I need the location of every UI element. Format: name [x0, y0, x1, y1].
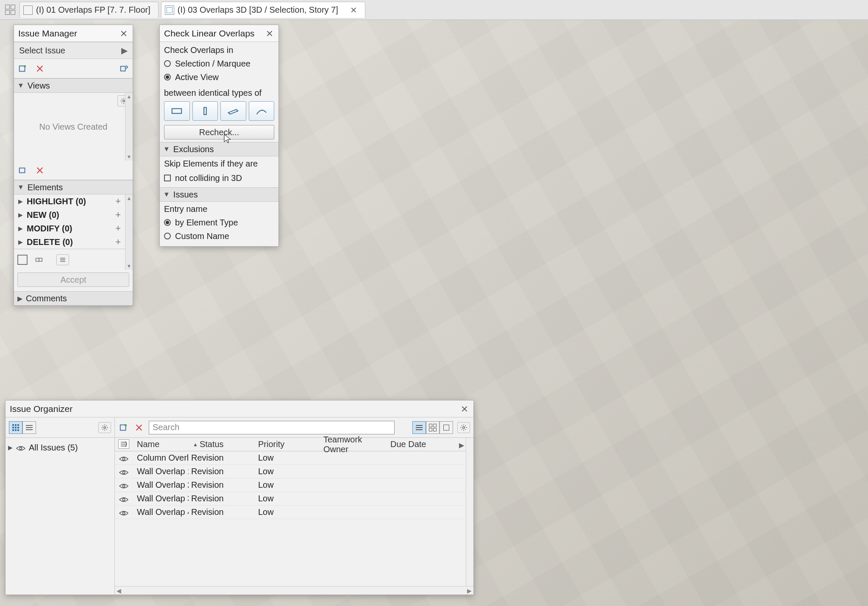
jump-to-row-button[interactable] — [118, 439, 129, 449]
panel-title-text: Check Linear Overlaps — [164, 28, 255, 39]
elements-highlight-row[interactable]: ▶HIGHLIGHT (0)+ — [14, 195, 133, 208]
chevron-right-icon: ▶ — [18, 211, 23, 218]
accept-button[interactable]: Accept — [17, 272, 129, 287]
col-owner[interactable]: Teamwork Owner — [321, 435, 388, 454]
add-icon[interactable]: + — [115, 196, 121, 207]
marquee-icon[interactable] — [17, 255, 28, 265]
elements-section-head[interactable]: ▼ Elements — [14, 180, 133, 195]
vertical-scrollbar[interactable] — [466, 438, 473, 586]
issue-table: ▶ Name ▲Status Priority Teamwork Owner D… — [115, 438, 473, 595]
table-row[interactable]: Wall Overlap 1RevisionLow — [115, 465, 473, 478]
checkbox-not-colliding[interactable]: not colliding in 3D — [164, 171, 274, 185]
close-icon[interactable] — [119, 29, 128, 38]
views-section-head[interactable]: ▼ Views — [14, 78, 133, 93]
add-icon[interactable]: + — [115, 236, 121, 247]
radio-selection[interactable]: Selection / Marquee — [164, 57, 274, 70]
panel-title-text: Issue Manager — [18, 28, 77, 39]
elements-new-row[interactable]: ▶NEW (0)+ — [14, 208, 133, 222]
elements-settings-button[interactable] — [56, 254, 69, 265]
table-row[interactable]: Wall Overlap 2RevisionLow — [115, 478, 473, 492]
table-row[interactable]: Wall Overlap 3RevisionLow — [115, 492, 473, 506]
link-icon[interactable] — [33, 254, 45, 265]
layout-single-button[interactable] — [440, 421, 453, 434]
row-label: HIGHLIGHT (0) — [27, 197, 86, 206]
chevron-right-icon: ▶ — [8, 444, 13, 451]
comments-section-head[interactable]: ▶ Comments — [14, 291, 133, 306]
elements-modify-row[interactable]: ▶MODIFY (0)+ — [14, 222, 133, 235]
delete-view-icon[interactable] — [34, 165, 45, 176]
tab-3d[interactable]: (I) 03 Overlaps 3D [3D / Selection, Stor… — [161, 2, 365, 18]
chevron-right-icon: ▶ — [18, 198, 23, 205]
cell-status: Revision — [189, 494, 256, 503]
close-icon[interactable]: ✕ — [350, 5, 357, 15]
col-priority[interactable]: Priority — [256, 439, 321, 449]
type-beam-button[interactable] — [220, 101, 246, 121]
checkbox-label: not colliding in 3D — [175, 173, 242, 183]
search-input[interactable]: Search — [149, 421, 395, 434]
type-arc-button[interactable] — [249, 101, 275, 121]
horizontal-scrollbar[interactable]: ◀▶ — [115, 586, 473, 595]
layout-grid-button[interactable] — [426, 421, 440, 434]
scrollbar[interactable]: ▲▼ — [125, 195, 133, 270]
add-icon[interactable]: + — [115, 223, 121, 234]
accept-label: Accept — [60, 275, 86, 285]
chevron-down-icon: ▼ — [17, 82, 24, 89]
scrollbar[interactable]: ▲▼ — [125, 93, 133, 161]
capture-view-icon[interactable] — [17, 165, 28, 176]
more-columns-icon[interactable]: ▶ — [459, 441, 464, 449]
table-settings-button[interactable] — [457, 422, 470, 433]
scroll-right-icon[interactable]: ▶ — [467, 587, 472, 594]
layout-list-button[interactable] — [412, 421, 426, 434]
floorplan-icon — [23, 6, 33, 15]
cell-priority: Low — [256, 494, 321, 503]
radio-by-type[interactable]: by Element Type — [164, 216, 274, 229]
close-icon[interactable] — [460, 404, 469, 414]
list-view-button[interactable] — [22, 421, 36, 434]
row-label: MODIFY (0) — [27, 224, 72, 234]
close-icon[interactable] — [265, 29, 274, 38]
table-row[interactable]: Wall Overlap 4RevisionLow — [115, 506, 473, 519]
eye-icon[interactable] — [119, 509, 128, 516]
elements-delete-row[interactable]: ▶DELETE (0)+ — [14, 235, 133, 249]
eye-icon[interactable] — [119, 455, 128, 461]
svg-rect-1 — [121, 66, 125, 71]
scroll-left-icon[interactable]: ◀ — [117, 587, 121, 594]
new-issue-icon[interactable] — [118, 422, 129, 433]
panel-titlebar[interactable]: Check Linear Overlaps — [160, 25, 278, 42]
delete-issue-icon[interactable] — [134, 422, 145, 433]
col-name[interactable]: Name — [134, 439, 189, 449]
tab-grid-icon[interactable] — [3, 3, 17, 17]
new-issue-icon[interactable] — [17, 63, 28, 74]
panel-titlebar[interactable]: Issue Manager — [14, 25, 133, 42]
check-in-label: Check Overlaps in — [164, 45, 274, 55]
radio-custom-name[interactable]: Custom Name — [164, 229, 274, 243]
recheck-label: Recheck... — [199, 128, 239, 137]
section-label: Elements — [28, 183, 63, 192]
table-row[interactable]: Column OverlapRevisionLow — [115, 451, 473, 465]
issues-section-head[interactable]: ▼ Issues — [160, 187, 278, 202]
eye-icon[interactable] — [119, 482, 128, 489]
tree-all-issues[interactable]: ▶ All Issues (5) — [8, 441, 112, 454]
recheck-button[interactable]: Recheck... — [164, 125, 274, 139]
eye-icon[interactable] — [119, 468, 128, 475]
organizer-sidebar: ▶ All Issues (5) — [6, 417, 115, 595]
panel-title-text: Issue Organizer — [10, 404, 72, 414]
svg-rect-10 — [120, 425, 126, 430]
col-status[interactable]: ▲Status — [189, 439, 256, 449]
sidebar-settings-button[interactable] — [98, 422, 111, 433]
add-icon[interactable]: + — [115, 209, 121, 220]
tab-floorplan[interactable]: (I) 01 Overlaps FP [7. 7. Floor] — [19, 2, 159, 18]
select-issue-dropdown[interactable]: Select Issue ▶ — [14, 42, 133, 59]
type-column-button[interactable] — [192, 101, 218, 121]
radio-active-view[interactable]: Active View — [164, 70, 274, 84]
organizer-sidebar-toolbar — [6, 417, 114, 438]
exclusions-section-head[interactable]: ▼ Exclusions — [160, 142, 278, 156]
col-due[interactable]: Due Date — [388, 439, 447, 449]
type-wall-button[interactable] — [164, 101, 190, 121]
delete-issue-icon[interactable] — [34, 63, 45, 74]
export-icon[interactable] — [118, 63, 129, 74]
eye-icon[interactable] — [119, 495, 128, 502]
grid-view-button[interactable] — [9, 421, 22, 434]
panel-titlebar[interactable]: Issue Organizer — [6, 400, 473, 417]
entry-name-label: Entry name — [164, 204, 274, 214]
